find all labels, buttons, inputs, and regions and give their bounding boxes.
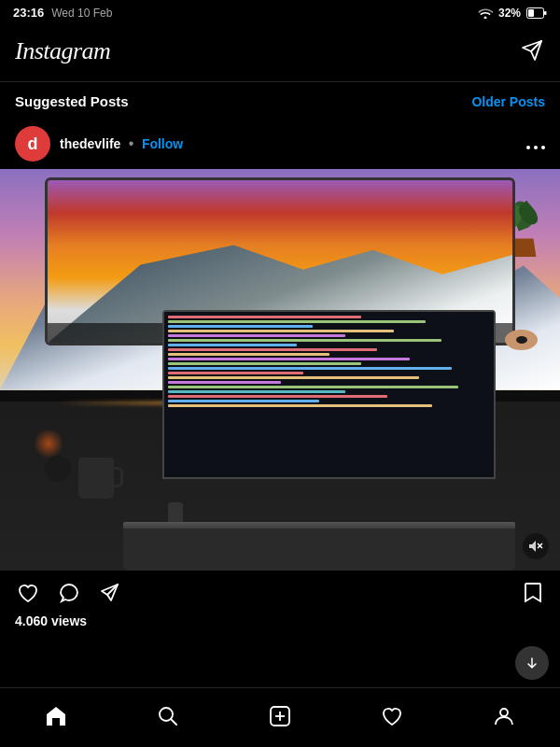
code-line (168, 390, 345, 393)
mug (78, 458, 114, 499)
code-line (168, 362, 361, 365)
wifi-icon (478, 7, 493, 19)
follow-button[interactable]: Follow (142, 136, 183, 151)
code-line (168, 325, 313, 328)
code-line (168, 339, 441, 342)
mute-symbol (528, 539, 543, 554)
create-nav-button[interactable] (257, 696, 303, 737)
search-icon (156, 704, 180, 728)
status-bar: 23:16 Wed 10 Feb 32% (0, 0, 560, 25)
candle-glow (34, 429, 63, 458)
views-count: 4.060 views (0, 612, 560, 636)
post-header-left: d thedevlife • Follow (15, 126, 183, 162)
laptop-screen (162, 310, 496, 480)
code-line (168, 344, 297, 346)
battery-text: 32% (498, 7, 521, 20)
section-header: Suggested Posts Older Posts (0, 82, 560, 119)
code-line (168, 353, 329, 356)
like-button[interactable] (15, 580, 41, 606)
avatar[interactable]: d (15, 126, 50, 162)
bottom-nav (0, 687, 560, 747)
battery-icon (526, 7, 547, 19)
code-line (168, 320, 426, 323)
svg-point-3 (526, 146, 530, 149)
post-actions (0, 571, 560, 612)
laptop (123, 310, 515, 571)
code-line (168, 404, 432, 407)
code-line (168, 376, 419, 379)
older-posts-button[interactable]: Older Posts (471, 94, 545, 109)
svg-line-9 (171, 719, 176, 725)
code-line (168, 400, 319, 402)
laptop-keyboard (123, 529, 515, 571)
post-header: d thedevlife • Follow (0, 119, 560, 169)
avatar-letter: d (28, 134, 38, 154)
code-line (168, 316, 361, 318)
username[interactable]: thedevlife (60, 136, 120, 151)
svg-point-5 (541, 146, 545, 149)
likes-nav-button[interactable] (369, 696, 415, 737)
code-line (168, 367, 452, 370)
code-editor (164, 312, 494, 478)
views-text: 4.060 views (15, 613, 87, 628)
code-line (168, 381, 281, 384)
status-date: Wed 10 Feb (51, 7, 112, 20)
bookmark-icon (521, 580, 545, 606)
desk-scene (0, 169, 560, 571)
share-icon (97, 580, 123, 606)
code-line (168, 330, 394, 332)
svg-rect-2 (544, 11, 547, 15)
scroll-hint[interactable] (515, 646, 549, 680)
more-options-button[interactable] (526, 134, 545, 154)
comment-icon (56, 580, 82, 606)
heart-icon (15, 580, 41, 606)
app-header: Instagram (0, 25, 560, 82)
app-logo: Instagram (15, 37, 110, 65)
actions-left (15, 580, 123, 606)
profile-icon (492, 704, 516, 728)
svg-point-4 (534, 146, 538, 149)
status-right: 32% (478, 7, 547, 20)
create-icon (268, 704, 292, 728)
more-icon (526, 146, 545, 149)
comment-button[interactable] (56, 580, 82, 606)
svg-rect-1 (528, 9, 534, 17)
scroll-arrow-icon (525, 655, 539, 670)
mute-icon[interactable] (523, 533, 549, 559)
dm-button[interactable] (521, 31, 545, 72)
status-time: 23:16 (13, 6, 44, 20)
code-line (168, 372, 303, 374)
section-title: Suggested Posts (15, 93, 129, 109)
code-line (168, 395, 387, 398)
share-button[interactable] (97, 580, 123, 606)
save-button[interactable] (521, 580, 545, 606)
home-nav-button[interactable] (33, 696, 79, 737)
dm-icon (521, 39, 545, 63)
search-nav-button[interactable] (145, 696, 191, 737)
code-line (168, 348, 377, 351)
code-line (168, 358, 410, 360)
svg-point-13 (500, 709, 508, 716)
home-icon (44, 704, 68, 728)
post-meta: thedevlife • Follow (60, 135, 183, 152)
code-line (168, 386, 458, 388)
heart-nav-icon (380, 704, 404, 728)
code-line (168, 334, 345, 337)
dot-separator: • (129, 135, 134, 151)
post-image[interactable] (0, 169, 560, 571)
profile-nav-button[interactable] (481, 696, 527, 737)
